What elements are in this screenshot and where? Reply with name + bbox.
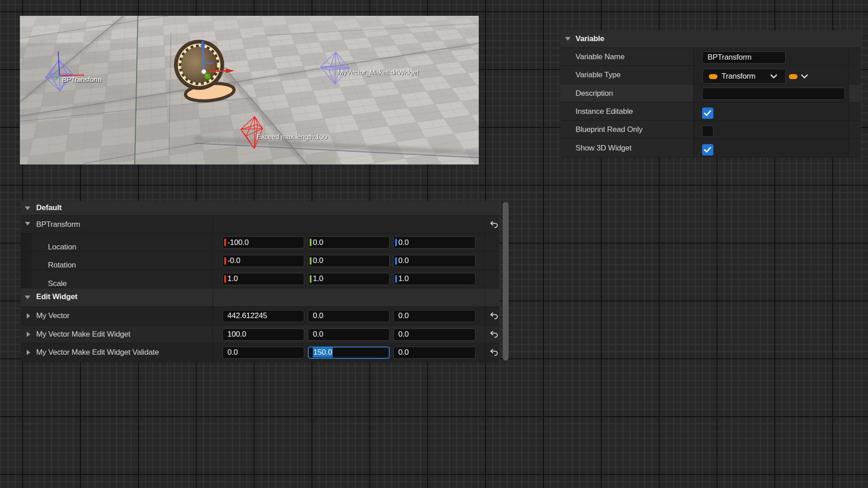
svg-text:MyVector_MakeEditWidget: MyVector_MakeEditWidget <box>338 68 419 76</box>
svg-text:Exceed max length:100: Exceed max length:100 <box>257 133 327 141</box>
svg-text:BPTransform: BPTransform <box>62 75 101 83</box>
